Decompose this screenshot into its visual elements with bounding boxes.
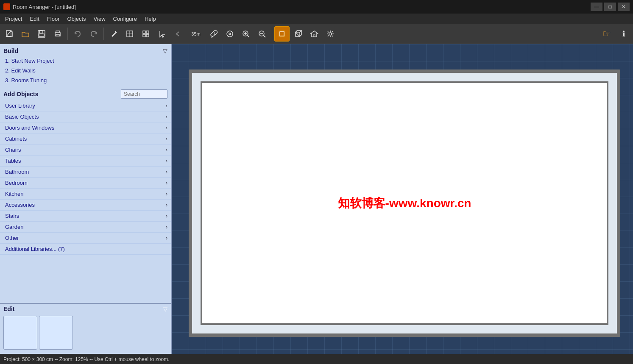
svg-line-43: [332, 31, 333, 33]
svg-line-23: [247, 35, 249, 37]
grid-button[interactable]: [138, 26, 153, 42]
select-button[interactable]: [154, 26, 170, 42]
back-button[interactable]: [170, 26, 186, 42]
list-item-bedroom[interactable]: Bedroom ›: [0, 178, 171, 189]
sep3: [272, 28, 272, 40]
canvas-area[interactable]: 知软博客-www.knowr.cn: [172, 44, 633, 354]
new-button[interactable]: [2, 26, 17, 42]
house-view-button[interactable]: [307, 26, 322, 42]
settings-button[interactable]: [323, 26, 338, 42]
open-button[interactable]: [18, 26, 33, 42]
menu-configure[interactable]: Configure: [110, 15, 140, 23]
app-icon: [3, 3, 10, 10]
arrow-icon: ›: [166, 213, 167, 219]
3d-view-button[interactable]: [290, 26, 306, 42]
menu-help[interactable]: Help: [141, 15, 159, 23]
arrow-icon: ›: [166, 202, 167, 208]
edit-thumb-1: [3, 316, 37, 350]
measure-label: 35m: [191, 31, 200, 36]
list-item-accessories[interactable]: Accessories ›: [0, 200, 171, 211]
svg-rect-13: [143, 31, 145, 33]
save-button[interactable]: [34, 26, 49, 42]
menu-edit[interactable]: Edit: [26, 15, 42, 23]
search-input[interactable]: [121, 89, 167, 99]
info-button[interactable]: ℹ: [616, 26, 631, 42]
title-bar: Room Arranger - [untitled] — □ ✕: [0, 0, 633, 14]
svg-marker-1: [6, 31, 12, 36]
add-objects-header: Add Objects: [0, 87, 171, 100]
menu-objects[interactable]: Objects: [64, 15, 89, 23]
arrow-icon: ›: [166, 147, 167, 153]
svg-rect-15: [143, 34, 145, 37]
list-item-user-library[interactable]: User Library ›: [0, 100, 171, 111]
add-objects-section: Add Objects User Library › Basic Objects…: [0, 87, 171, 303]
undo-button[interactable]: [70, 26, 85, 42]
arrow-icon: ›: [166, 103, 167, 109]
list-item-tables[interactable]: Tables ›: [0, 156, 171, 167]
list-item-garden[interactable]: Garden ›: [0, 222, 171, 233]
sep1: [67, 28, 68, 40]
svg-point-19: [229, 33, 231, 35]
list-item-other[interactable]: Other ›: [0, 233, 171, 244]
list-item-kitchen[interactable]: Kitchen ›: [0, 189, 171, 200]
title-bar-controls: — □ ✕: [591, 3, 630, 11]
build-item-walls[interactable]: 2. Edit Walls: [0, 66, 171, 75]
svg-rect-8: [56, 34, 59, 36]
svg-line-41: [328, 31, 329, 33]
minimize-button[interactable]: —: [591, 3, 602, 11]
arrow-icon: ›: [166, 180, 167, 186]
svg-line-44: [328, 35, 329, 36]
redo-button[interactable]: [86, 26, 101, 42]
menu-view[interactable]: View: [90, 15, 109, 23]
list-item-chairs[interactable]: Chairs ›: [0, 144, 171, 156]
arrow-icon: ›: [166, 158, 167, 164]
svg-rect-5: [39, 31, 43, 33]
svg-rect-16: [146, 34, 149, 37]
arrow-icon: ›: [166, 136, 167, 142]
build-title: Build: [3, 47, 18, 54]
floor-plan-outer: 知软博客-www.knowr.cn: [189, 69, 620, 337]
list-item-doors-windows[interactable]: Doors and Windows ›: [0, 122, 171, 133]
sep2: [103, 28, 104, 40]
edit-title: Edit: [3, 306, 14, 312]
build-item-rooms[interactable]: 3. Rooms Tuning: [0, 75, 171, 85]
menu-bar: Project Edit Floor Objects View Configur…: [0, 14, 633, 24]
resize-button[interactable]: [122, 26, 137, 42]
pen-button[interactable]: [206, 26, 221, 42]
cursor-button[interactable]: ☞: [599, 26, 614, 42]
menu-project[interactable]: Project: [2, 15, 25, 23]
list-item-cabinets[interactable]: Cabinets ›: [0, 133, 171, 144]
measure-button[interactable]: 35m: [187, 26, 205, 42]
list-item-stairs[interactable]: Stairs ›: [0, 211, 171, 222]
print-button[interactable]: [50, 26, 65, 42]
draw-button[interactable]: [106, 26, 121, 42]
close-button[interactable]: ✕: [618, 3, 630, 11]
2d-view-button[interactable]: [274, 26, 290, 42]
arrow-icon: ›: [166, 224, 167, 230]
maximize-button[interactable]: □: [604, 3, 616, 11]
menu-floor[interactable]: Floor: [44, 15, 63, 23]
svg-rect-6: [39, 34, 44, 36]
build-item-start[interactable]: 1. Start New Project: [0, 56, 171, 66]
arrow-icon: ›: [166, 114, 167, 120]
build-header: Build ▽: [0, 47, 171, 56]
filter-icon[interactable]: ▽: [163, 47, 167, 54]
edit-content: [0, 314, 171, 351]
list-item-basic-objects[interactable]: Basic Objects ›: [0, 111, 171, 122]
zoom-in-button[interactable]: [238, 26, 254, 42]
watermark: 知软博客-www.knowr.cn: [338, 195, 471, 211]
circle-button[interactable]: [222, 26, 237, 42]
left-panel: Build ▽ 1. Start New Project 2. Edit Wal…: [0, 44, 172, 354]
status-bar: Project: 500 × 300 cm -- Zoom: 125% -- U…: [0, 354, 633, 364]
list-item-bathroom[interactable]: Bathroom ›: [0, 167, 171, 178]
list-item-additional-libraries[interactable]: Additional Libraries... (7): [0, 244, 171, 255]
svg-rect-14: [146, 31, 149, 33]
toolbar-right: ☞ ℹ: [599, 26, 631, 42]
edit-header: Edit ▽: [0, 304, 171, 314]
arrow-icon: ›: [166, 169, 167, 175]
main-layout: Build ▽ 1. Start New Project 2. Edit Wal…: [0, 44, 633, 354]
status-text: Project: 500 × 300 cm -- Zoom: 125% -- U…: [3, 356, 170, 362]
arrow-icon: ›: [166, 235, 167, 241]
arrow-icon: ›: [166, 191, 167, 197]
zoom-out-button[interactable]: [254, 26, 270, 42]
